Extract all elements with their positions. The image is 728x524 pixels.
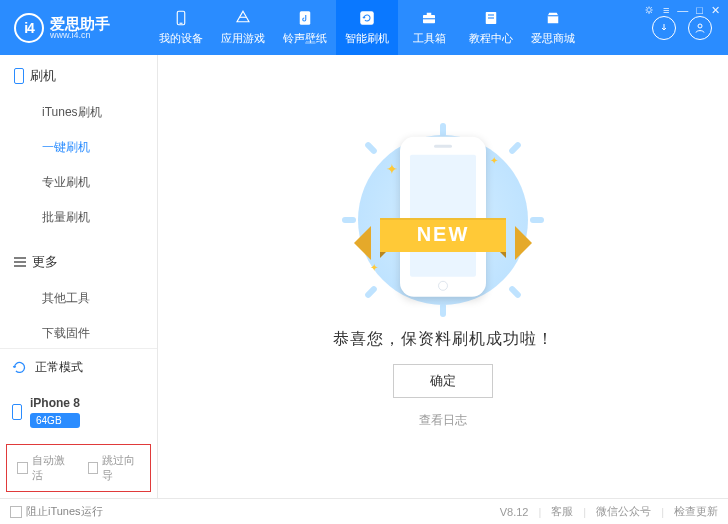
refresh-icon [358, 9, 376, 27]
app-name: 爱思助手 [50, 16, 110, 31]
check-update-link[interactable]: 检查更新 [674, 504, 718, 519]
more-menu: 其他工具 下载固件 高级功能 [0, 277, 157, 348]
support-link[interactable]: 客服 [551, 504, 573, 519]
result-message: 恭喜您，保资料刷机成功啦！ [333, 329, 554, 350]
svg-rect-4 [360, 11, 374, 25]
nav-label: 应用游戏 [221, 31, 265, 46]
storage-badge: 64GB [30, 413, 80, 428]
nav-flash[interactable]: 智能刷机 [336, 0, 398, 55]
header-right [652, 16, 728, 40]
sidebar-group-more: 更多 [0, 241, 157, 277]
phone-outline-icon [14, 68, 24, 84]
ribbon-label: NEW [380, 218, 506, 252]
nav-label: 我的设备 [159, 31, 203, 46]
device-name: iPhone 8 [30, 396, 80, 410]
top-nav: 我的设备 应用游戏 铃声壁纸 智能刷机 工具箱 教程中心 爱思商城 [150, 0, 584, 55]
status-bar: 阻止iTunes运行 V8.12 | 客服 | 微信公众号 | 检查更新 [0, 498, 728, 524]
music-file-icon [296, 9, 314, 27]
sidebar-group-flash: 刷机 [0, 55, 157, 91]
version-label: V8.12 [500, 506, 529, 518]
new-ribbon: NEW [354, 210, 532, 260]
briefcase-icon [420, 9, 438, 27]
close-button[interactable]: ✕ [711, 4, 720, 17]
minimize-button[interactable]: — [677, 4, 688, 17]
wechat-link[interactable]: 微信公众号 [596, 504, 651, 519]
sidebar-item-batch-flash[interactable]: 批量刷机 [0, 200, 157, 235]
body: 刷机 iTunes刷机 一键刷机 专业刷机 批量刷机 更多 其他工具 下载固件 … [0, 55, 728, 498]
sidebar-bottom: 正常模式 iPhone 8 64GB 自动激活 跳过向导 [0, 348, 157, 498]
store-icon [544, 9, 562, 27]
checkbox-label: 阻止iTunes运行 [26, 504, 103, 519]
nav-toolbox[interactable]: 工具箱 [398, 0, 460, 55]
nav-label: 工具箱 [413, 31, 446, 46]
star-icon: ✦ [386, 161, 398, 177]
checkbox-label: 自动激活 [32, 453, 70, 483]
sidebar: 刷机 iTunes刷机 一键刷机 专业刷机 批量刷机 更多 其他工具 下载固件 … [0, 55, 158, 498]
nav-label: 铃声壁纸 [283, 31, 327, 46]
group-label: 刷机 [30, 67, 56, 85]
checkbox-auto-activate[interactable]: 自动激活 [17, 453, 70, 483]
checkbox-label: 跳过向导 [102, 453, 140, 483]
svg-point-12 [698, 24, 702, 28]
nav-label: 智能刷机 [345, 31, 389, 46]
sidebar-item-itunes-flash[interactable]: iTunes刷机 [0, 95, 157, 130]
app-header: i4 爱思助手 www.i4.cn 我的设备 应用游戏 铃声壁纸 智能刷机 工具… [0, 0, 728, 55]
download-button[interactable] [652, 16, 676, 40]
nav-store[interactable]: 爱思商城 [522, 0, 584, 55]
app-logo: i4 爱思助手 www.i4.cn [0, 13, 150, 43]
logo-badge: i4 [14, 13, 44, 43]
app-url: www.i4.cn [50, 31, 110, 40]
star-icon: ✦ [490, 155, 498, 166]
user-button[interactable] [688, 16, 712, 40]
group-label: 更多 [32, 253, 58, 271]
main-panel: ✦ ✦ ✦ NEW 恭喜您，保资料刷机成功啦！ 确定 查看日志 [158, 55, 728, 498]
sidebar-item-oneclick-flash[interactable]: 一键刷机 [0, 130, 157, 165]
flash-options: 自动激活 跳过向导 [6, 444, 151, 492]
nav-ringtones[interactable]: 铃声壁纸 [274, 0, 336, 55]
hamburger-icon [14, 257, 26, 267]
connected-device[interactable]: iPhone 8 64GB [0, 386, 157, 438]
nav-apps[interactable]: 应用游戏 [212, 0, 274, 55]
menu-icon[interactable]: ≡ [663, 4, 669, 17]
device-mode[interactable]: 正常模式 [0, 349, 157, 386]
svg-rect-3 [300, 11, 311, 25]
mode-label: 正常模式 [35, 359, 83, 376]
phone-icon [172, 9, 190, 27]
nav-label: 教程中心 [469, 31, 513, 46]
star-icon: ✦ [370, 262, 378, 273]
maximize-button[interactable]: □ [696, 4, 703, 17]
sidebar-item-download-firmware[interactable]: 下载固件 [0, 316, 157, 348]
nav-tutorials[interactable]: 教程中心 [460, 0, 522, 55]
flash-menu: iTunes刷机 一键刷机 专业刷机 批量刷机 [0, 91, 157, 241]
view-log-link[interactable]: 查看日志 [419, 412, 467, 429]
apps-icon [234, 9, 252, 27]
refresh-small-icon [12, 360, 27, 375]
sidebar-item-other-tools[interactable]: 其他工具 [0, 281, 157, 316]
book-icon [482, 9, 500, 27]
checkbox-skip-guide[interactable]: 跳过向导 [88, 453, 141, 483]
svg-rect-6 [427, 13, 432, 15]
nav-my-devices[interactable]: 我的设备 [150, 0, 212, 55]
window-controls: ⛭ ≡ — □ ✕ [644, 4, 720, 17]
checkbox-block-itunes[interactable]: 阻止iTunes运行 [10, 504, 103, 519]
phone-outline-icon [12, 404, 22, 420]
sidebar-item-pro-flash[interactable]: 专业刷机 [0, 165, 157, 200]
success-illustration: ✦ ✦ ✦ NEW [348, 125, 538, 315]
ok-button[interactable]: 确定 [393, 364, 493, 398]
nav-label: 爱思商城 [531, 31, 575, 46]
settings-icon[interactable]: ⛭ [644, 4, 655, 17]
